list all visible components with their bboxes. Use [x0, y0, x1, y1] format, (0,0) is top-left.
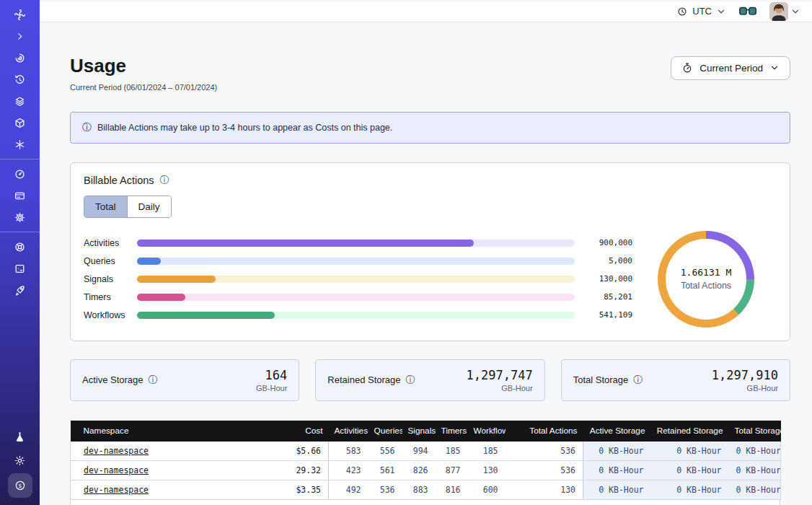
active-storage-value: 164 [256, 368, 287, 382]
retained-storage-value: 1,297,747 [467, 368, 533, 382]
billable-actions-card: Billable Actions ⓘ Total Daily Activitie… [70, 162, 790, 341]
tab-total[interactable]: Total [84, 196, 127, 217]
tab-daily[interactable]: Daily [127, 196, 171, 217]
sidebar-item-workflows[interactable] [8, 47, 32, 69]
billable-actions-chart: Activities900,000Queries5,000Signals130,… [84, 231, 777, 328]
table-row: dev-namespace$5.665835569941851855360 KB… [71, 442, 781, 461]
account-menu[interactable] [769, 2, 800, 21]
sidebar-item-temporal-logo[interactable] [8, 4, 32, 25]
docs-icon [14, 263, 26, 275]
sidebar-item-settings[interactable] [8, 206, 32, 228]
clock-icon [676, 6, 688, 17]
sidebar-item-billing-coin[interactable]: $ [8, 473, 32, 498]
table-cell: 877 [436, 461, 468, 480]
stopwatch-icon [681, 62, 693, 74]
table-cell: 0 KB-Hour [729, 461, 781, 480]
table-cell: 185 [436, 442, 468, 461]
table-cell: 423 [329, 461, 369, 480]
sidebar-item-labs[interactable] [8, 426, 32, 447]
sidebar-item-collapse-chevron[interactable] [8, 25, 32, 47]
chevron-down-icon [769, 63, 780, 73]
table-cell: 536 [369, 480, 402, 500]
column-header-signals: Signals [402, 421, 436, 442]
avatar [769, 2, 788, 21]
namespace-link[interactable]: dev-namespace [84, 465, 149, 475]
glasses-icon[interactable] [739, 6, 756, 17]
chevron-down-icon [790, 6, 800, 17]
collapse-chevron-icon [14, 31, 25, 42]
bar-label: Signals [84, 274, 137, 284]
bar-row-timers: Timers85,201 [84, 291, 632, 302]
column-header-timers: Timers [436, 421, 468, 442]
table-cell: 600 [468, 480, 506, 500]
column-header-total-storage: Total Storage [729, 421, 781, 442]
total-storage-card: Total Storage ⓘ 1,297,910 GB-Hour [561, 359, 790, 401]
sidebar-item-namespaces[interactable] [8, 90, 32, 112]
table-cell: 826 [402, 461, 436, 480]
info-icon[interactable]: ⓘ [160, 175, 169, 185]
table-cell: $3.35 [260, 480, 329, 500]
sidebar-item-getting-started[interactable] [8, 279, 32, 301]
timezone-selector[interactable]: UTC [676, 6, 726, 17]
current-period-button[interactable]: Current Period [671, 56, 790, 80]
bar-value: 900,000 [575, 238, 632, 247]
app-window: $ UTC [0, 0, 812, 505]
sidebar-item-nexus[interactable] [8, 133, 32, 155]
bar-row-workflows: Workflows541,109 [84, 309, 632, 320]
donut-ring: 1.66131 M Total Actions [658, 231, 754, 328]
usage-icon [14, 168, 26, 180]
table-cell: $5.66 [260, 442, 329, 461]
sidebar-item-schedules[interactable] [8, 69, 32, 90]
table-cell: 0 KB-Hour [729, 442, 781, 461]
info-banner: ⓘ Billable Actions may take up to 3-4 ho… [70, 112, 790, 144]
bar-track [137, 240, 575, 247]
labs-icon [14, 431, 26, 443]
topbar: UTC [40, 1, 812, 22]
main-area: UTC [40, 0, 812, 505]
sidebar-item-billing[interactable] [8, 185, 32, 206]
table-cell: 561 [369, 461, 402, 480]
table-cell: 492 [329, 480, 369, 500]
bar-row-activities: Activities900,000 [84, 237, 632, 248]
nexus-icon [14, 139, 26, 151]
temporal-logo-icon [13, 8, 27, 22]
info-icon: ⓘ [82, 123, 92, 132]
bar-value: 85,201 [575, 292, 632, 302]
total-actions-label: Total Actions [681, 281, 731, 291]
namespace-link[interactable]: dev-namespace [84, 446, 149, 456]
info-icon[interactable]: ⓘ [633, 375, 643, 385]
retained-storage-card: Retained Storage ⓘ 1,297,747 GB-Hour [315, 359, 544, 401]
sidebar-item-support[interactable] [8, 236, 32, 258]
table-cell: 0 KB-Hour [583, 480, 651, 500]
column-header-active-storage: Active Storage [583, 421, 651, 442]
table-cell: 130 [506, 480, 583, 500]
column-header-retained-storage: Retained Storage [651, 421, 729, 442]
sidebar-item-usage[interactable] [8, 163, 32, 185]
workflows-icon [14, 52, 26, 64]
active-storage-unit: GB-Hour [256, 384, 287, 392]
info-icon[interactable]: ⓘ [149, 375, 158, 385]
sidebar-item-theme-toggle[interactable] [8, 449, 32, 471]
namespace-link[interactable]: dev-namespace [84, 485, 149, 495]
table-cell: 0 KB-Hour [651, 461, 729, 480]
column-header-workflows: Workflows [468, 421, 506, 442]
bar-label: Activities [84, 238, 137, 248]
bar-value: 130,000 [575, 274, 632, 284]
info-icon[interactable]: ⓘ [406, 375, 415, 385]
table-cell: 556 [369, 442, 402, 461]
retained-storage-label: Retained Storage ⓘ [327, 374, 415, 385]
table-cell: 883 [402, 480, 436, 500]
getting-started-icon [14, 284, 26, 297]
bar-track [137, 258, 575, 265]
sidebar-item-docs[interactable] [8, 258, 32, 279]
table-cell: 583 [329, 442, 369, 461]
storage-label-text: Active Storage [82, 374, 144, 385]
table-cell: 536 [506, 442, 583, 461]
billing-coin-icon: $ [14, 479, 27, 492]
storage-label-text: Total Storage [573, 374, 629, 385]
table-cell: 185 [468, 442, 506, 461]
table-cell: 536 [506, 461, 583, 480]
total-daily-toggle: Total Daily [84, 196, 172, 218]
sidebar-item-deployments[interactable] [8, 112, 32, 133]
info-banner-text: Billable Actions may take up to 3-4 hour… [97, 123, 392, 133]
